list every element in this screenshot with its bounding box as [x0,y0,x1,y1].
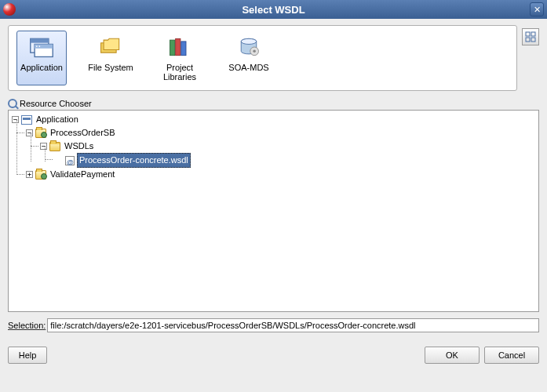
help-button[interactable]: Help [8,347,47,364]
cancel-button[interactable]: Cancel [484,347,539,364]
folder-stack-icon [97,34,125,60]
svg-point-12 [253,50,256,53]
project-folder-icon [35,170,46,180]
source-tabs: Application File System [8,25,517,91]
svg-rect-16 [531,38,535,42]
app-logo-icon [3,3,16,16]
tree-node-wsdl-file[interactable]: ProcessOrder-concrete.wsdl [77,153,191,168]
svg-point-10 [241,38,257,44]
tree-collapse-toggle[interactable]: − [26,129,33,136]
window-title: Select WSDL [242,4,304,16]
svg-rect-7 [176,38,181,55]
source-project-libraries[interactable]: Project Libraries [155,31,205,85]
application-node-icon [21,115,32,125]
application-icon [27,34,56,60]
selection-input[interactable] [47,318,539,332]
svg-rect-1 [31,38,49,42]
svg-rect-6 [170,40,175,56]
tree-node-wsdls[interactable]: WSDLs [63,140,95,153]
source-label: Application [20,63,63,72]
selection-label: Selection: [8,321,46,330]
source-label: SOA-MDS [228,63,268,72]
resource-tree[interactable]: − Application − ProcessOrderSB − [8,110,539,312]
svg-point-5 [38,45,40,47]
tree-node-validatepayment[interactable]: ValidatePayment [49,168,116,181]
view-toggle-button[interactable] [522,28,539,45]
wsdl-file-icon [65,156,75,165]
tree-collapse-toggle[interactable]: − [40,143,47,150]
source-soa-mds[interactable]: SOA-MDS [224,31,274,85]
source-label: Project Libraries [157,63,202,82]
source-file-system[interactable]: File System [86,31,136,85]
tree-collapse-toggle[interactable]: − [12,116,19,123]
ok-button[interactable]: OK [425,347,480,364]
close-button[interactable]: ✕ [530,2,544,16]
svg-rect-8 [181,42,186,56]
database-icon [235,34,263,60]
svg-rect-14 [531,32,535,36]
folder-icon [49,142,60,151]
svg-point-4 [36,45,38,47]
tree-node-application[interactable]: Application [35,113,80,126]
project-folder-icon [35,129,46,138]
svg-rect-15 [526,38,530,42]
titlebar: Select WSDL ✕ [0,0,547,19]
tree-expand-toggle[interactable]: + [26,171,33,178]
source-application[interactable]: Application [16,31,67,85]
library-books-icon [166,34,194,60]
source-label: File System [88,63,133,72]
magnifier-icon [8,99,17,108]
tree-node-processordersb[interactable]: ProcessOrderSB [49,126,117,140]
resource-chooser-label: Resource Chooser [8,99,539,108]
svg-rect-13 [526,32,530,36]
